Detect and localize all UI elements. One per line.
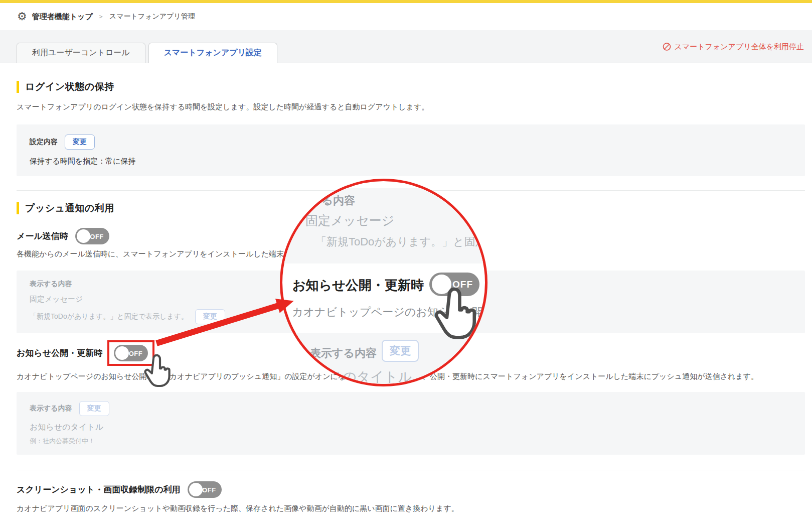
toggle-state-label: OFF xyxy=(202,486,216,493)
mail-push-description: 各機能からのメール送信時に、スマートフォンアプリをインストールした端末にプッシュ… xyxy=(17,248,805,259)
fixed-message-text: 「新規ToDoがあります。」と固定で表示します。 xyxy=(30,312,188,321)
mail-display-change-button[interactable]: 変更 xyxy=(195,309,225,324)
breadcrumb-separator: ＞ xyxy=(98,12,104,21)
screenshot-description: カオナビアプリ画面のスクリーンショットや動画収録を行った際、保存された画像や動画… xyxy=(17,503,805,514)
toggle-knob xyxy=(77,229,90,243)
section-title: ログイン状態の保持 xyxy=(25,80,114,93)
section-push: プッシュ通知の利用 xyxy=(17,202,805,215)
hand-cursor-icon xyxy=(143,354,171,387)
toggle-state-label: OFF xyxy=(90,232,104,240)
notice-push-row: お知らせ公開・更新時 OFF xyxy=(17,340,805,366)
tab-strip: 利用ユーザーコントロール スマートフォンアプリ設定 スマートフォンアプリ全体を利… xyxy=(0,30,812,63)
notice-push-label: お知らせ公開・更新時 xyxy=(17,347,102,359)
mail-push-row: メール送信時 OFF xyxy=(17,228,805,244)
section-title: プッシュ通知の利用 xyxy=(25,202,114,215)
stop-all-apps-label: スマートフォンアプリ全体を利用停止 xyxy=(674,42,804,51)
screenshot-toggle[interactable]: OFF xyxy=(188,481,222,498)
tab-app-settings[interactable]: スマートフォンアプリ設定 xyxy=(148,43,277,63)
gear-icon: ⚙ xyxy=(17,11,27,22)
display-content-label: 表示する内容 xyxy=(30,404,72,413)
main-content: ログイン状態の保持 スマートフォンアプリのログイン状態を保持する時間を設定します… xyxy=(0,80,812,514)
section-divider xyxy=(17,190,805,191)
section-accent-bar xyxy=(17,81,19,93)
ban-icon xyxy=(663,42,671,51)
breadcrumb-current: スマートフォンアプリ管理 xyxy=(109,12,195,21)
tab-user-control[interactable]: 利用ユーザーコントロール xyxy=(17,43,145,63)
mail-display-panel: 表示する内容 固定メッセージ 「新規ToDoがあります。」と固定で表示します。 … xyxy=(17,271,805,333)
fixed-message-label: 固定メッセージ xyxy=(30,295,792,304)
notice-push-description: カオナビトップページのお知らせ公開時に「カオナビアプリのプッシュ通知」の設定がオ… xyxy=(17,371,805,382)
breadcrumb: ⚙ 管理者機能トップ ＞ スマートフォンアプリ管理 xyxy=(0,3,812,30)
stop-all-apps-link[interactable]: スマートフォンアプリ全体を利用停止 xyxy=(663,42,804,51)
login-settings-panel: 設定内容 変更 保持する時間を指定：常に保持 xyxy=(17,124,805,176)
settings-label: 設定内容 xyxy=(30,138,58,147)
login-description: スマートフォンアプリのログイン状態を保持する時間を設定します。設定した時間が経過… xyxy=(17,101,805,112)
screenshot-row: スクリーンショット・画面収録制限の利用 OFF xyxy=(17,481,805,498)
toggle-state-label: OFF xyxy=(129,349,143,357)
login-keep-value: 保持する時間を指定：常に保持 xyxy=(30,157,792,166)
toggle-knob xyxy=(189,483,203,496)
mail-push-toggle[interactable]: OFF xyxy=(75,228,109,244)
mail-push-label: メール送信時 xyxy=(17,230,68,242)
section-login-keep: ログイン状態の保持 xyxy=(17,80,805,93)
section-divider xyxy=(17,470,805,470)
notice-display-panel: 表示する内容 変更 お知らせのタイトル 例：社内公募受付中！ xyxy=(17,392,805,455)
toggle-knob xyxy=(115,346,129,360)
notice-title-example: 例：社内公募受付中！ xyxy=(30,437,792,446)
display-content-label: 表示する内容 xyxy=(30,280,792,289)
notice-display-change-button[interactable]: 変更 xyxy=(79,401,109,416)
breadcrumb-root-link[interactable]: 管理者機能トップ xyxy=(32,12,93,22)
login-change-button[interactable]: 変更 xyxy=(65,135,95,150)
screenshot-label: スクリーンショット・画面収録制限の利用 xyxy=(17,484,181,495)
section-accent-bar xyxy=(17,202,19,214)
notice-title-label: お知らせのタイトル xyxy=(30,422,792,433)
